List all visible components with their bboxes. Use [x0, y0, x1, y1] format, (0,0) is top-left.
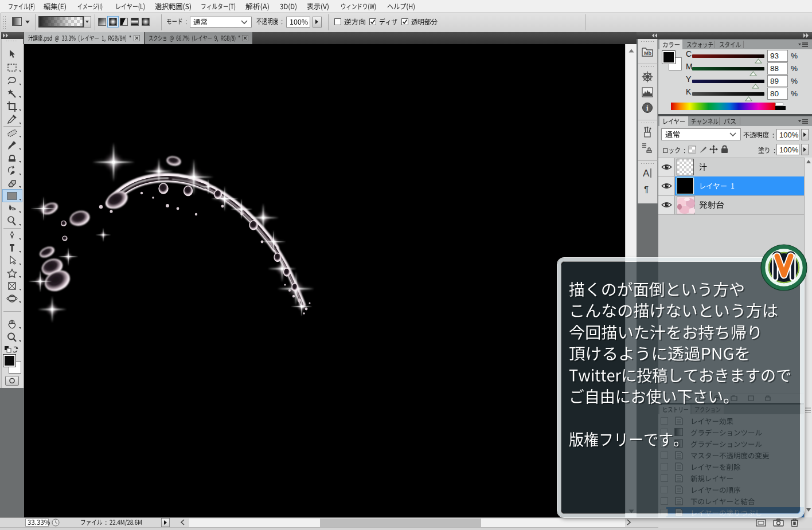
- svg-text:A: A: [643, 168, 650, 179]
- svg-text:i: i: [646, 104, 649, 112]
- svg-text:¶: ¶: [644, 184, 649, 194]
- svg-text:Mb: Mb: [644, 50, 651, 56]
